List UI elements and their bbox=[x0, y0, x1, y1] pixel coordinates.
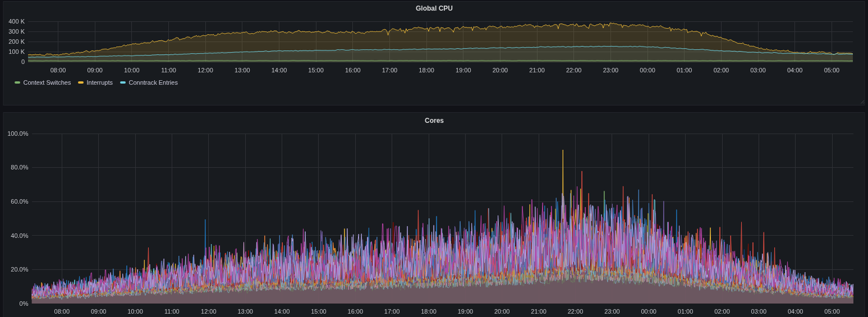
svg-text:14:00: 14:00 bbox=[274, 308, 290, 315]
svg-text:80.0%: 80.0% bbox=[11, 164, 28, 171]
svg-text:21:00: 21:00 bbox=[529, 67, 545, 73]
svg-text:21:00: 21:00 bbox=[531, 308, 546, 315]
svg-text:09:00: 09:00 bbox=[91, 308, 107, 315]
svg-text:16:00: 16:00 bbox=[348, 308, 364, 315]
svg-text:10:00: 10:00 bbox=[127, 308, 143, 315]
svg-text:03:00: 03:00 bbox=[750, 67, 766, 73]
svg-text:20:00: 20:00 bbox=[494, 308, 510, 315]
svg-text:20.0%: 20.0% bbox=[11, 266, 28, 273]
svg-text:20:00: 20:00 bbox=[493, 67, 508, 73]
svg-text:02:00: 02:00 bbox=[714, 308, 730, 315]
svg-text:10:00: 10:00 bbox=[124, 67, 140, 73]
svg-text:22:00: 22:00 bbox=[568, 308, 584, 315]
svg-text:08:00: 08:00 bbox=[54, 308, 70, 315]
svg-text:23:00: 23:00 bbox=[604, 308, 620, 315]
svg-text:Context Switches: Context Switches bbox=[24, 79, 71, 86]
svg-text:04:00: 04:00 bbox=[787, 67, 803, 73]
svg-text:17:00: 17:00 bbox=[382, 67, 398, 73]
svg-text:60.0%: 60.0% bbox=[11, 198, 28, 205]
svg-text:17:00: 17:00 bbox=[384, 308, 400, 315]
svg-text:09:00: 09:00 bbox=[87, 67, 103, 73]
svg-text:100.0%: 100.0% bbox=[7, 130, 29, 137]
svg-text:19:00: 19:00 bbox=[456, 67, 471, 73]
svg-text:200 K: 200 K bbox=[8, 38, 25, 45]
svg-text:Conntrack Entries: Conntrack Entries bbox=[129, 79, 178, 86]
svg-text:300 K: 300 K bbox=[8, 28, 25, 35]
svg-text:100 K: 100 K bbox=[8, 48, 25, 55]
svg-text:Cores: Cores bbox=[425, 117, 444, 125]
svg-text:16:00: 16:00 bbox=[345, 67, 361, 73]
svg-text:02:00: 02:00 bbox=[714, 67, 729, 73]
svg-text:12:00: 12:00 bbox=[198, 67, 213, 73]
svg-text:23:00: 23:00 bbox=[603, 67, 619, 73]
svg-text:04:00: 04:00 bbox=[788, 308, 803, 315]
svg-text:13:00: 13:00 bbox=[237, 308, 253, 315]
svg-text:00:00: 00:00 bbox=[640, 67, 655, 73]
svg-text:05:00: 05:00 bbox=[824, 67, 840, 73]
svg-text:Interrupts: Interrupts bbox=[87, 79, 113, 86]
svg-text:11:00: 11:00 bbox=[161, 67, 176, 73]
svg-text:01:00: 01:00 bbox=[678, 308, 694, 315]
svg-text:22:00: 22:00 bbox=[566, 67, 582, 73]
svg-text:19:00: 19:00 bbox=[458, 308, 474, 315]
svg-text:Global CPU: Global CPU bbox=[416, 4, 453, 12]
svg-text:0: 0 bbox=[21, 58, 25, 65]
svg-text:40.0%: 40.0% bbox=[11, 232, 28, 239]
svg-text:18:00: 18:00 bbox=[419, 67, 434, 73]
svg-text:14:00: 14:00 bbox=[272, 67, 287, 73]
svg-text:12:00: 12:00 bbox=[201, 308, 217, 315]
svg-text:13:00: 13:00 bbox=[235, 67, 250, 73]
svg-text:0%: 0% bbox=[20, 300, 29, 307]
svg-text:18:00: 18:00 bbox=[421, 308, 437, 315]
svg-text:15:00: 15:00 bbox=[311, 308, 327, 315]
svg-text:08:00: 08:00 bbox=[50, 67, 66, 73]
svg-text:11:00: 11:00 bbox=[164, 308, 180, 315]
svg-text:03:00: 03:00 bbox=[751, 308, 767, 315]
svg-text:15:00: 15:00 bbox=[308, 67, 324, 73]
svg-text:01:00: 01:00 bbox=[677, 67, 692, 73]
svg-text:400 K: 400 K bbox=[8, 18, 25, 25]
svg-text:05:00: 05:00 bbox=[824, 308, 840, 315]
svg-text:00:00: 00:00 bbox=[641, 308, 656, 315]
